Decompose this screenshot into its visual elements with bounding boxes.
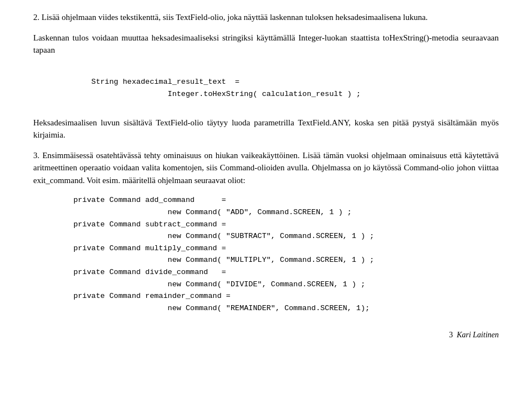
paragraph-4-text: Ensimmäisessä osatehtävässä tehty ominai… <box>33 151 499 185</box>
paragraph-2: Laskennan tulos voidaan muuttaa heksades… <box>33 32 499 57</box>
paragraph-1-text: 2. Lisää ohjelmaan viides tekstikenttä, … <box>33 13 428 22</box>
code-block-2: private Command add_command = new Comman… <box>55 194 499 314</box>
code-block-1: String hexadecimal_result_text = Integer… <box>55 64 499 112</box>
section-number-3: 3. <box>33 151 39 160</box>
paragraph-1: 2. Lisää ohjelmaan viides tekstikenttä, … <box>33 11 499 24</box>
code-1-text: String hexadecimal_result_text = Integer… <box>55 78 361 98</box>
author-name: Kari Laitinen <box>457 331 499 339</box>
page-content: 2. Lisää ohjelmaan viides tekstikenttä, … <box>33 11 499 340</box>
page-number: 3 <box>449 331 453 339</box>
paragraph-4: 3. Ensimmäisessä osatehtävässä tehty omi… <box>33 149 499 187</box>
paragraph-3: Heksadesimaalisen luvun sisältävä TextFi… <box>33 117 499 141</box>
footer: 3 Kari Laitinen <box>33 331 499 340</box>
paragraph-3-text: Heksadesimaalisen luvun sisältävä TextFi… <box>33 118 499 140</box>
paragraph-2-text: Laskennan tulos voidaan muuttaa heksades… <box>33 33 499 55</box>
